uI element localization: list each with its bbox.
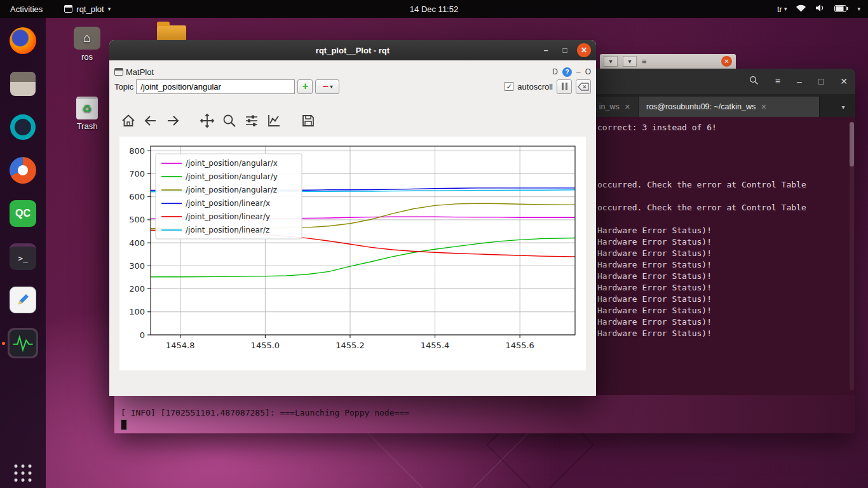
terminal-icon: >_ [10, 243, 36, 270]
svg-text:0: 0 [140, 330, 145, 340]
dock-item-terminal[interactable]: >_ [8, 241, 38, 272]
forward-button[interactable] [164, 112, 182, 130]
home-button[interactable] [119, 112, 137, 130]
minimize-button[interactable]: – [539, 43, 553, 57]
tab-close-icon[interactable]: ✕ [761, 103, 766, 111]
save-button[interactable] [299, 112, 317, 130]
plugin-title: MatPlot [126, 67, 154, 77]
app-menu[interactable]: rqt_plot ▾ [64, 4, 111, 14]
toolbar-dropdown[interactable]: ▾ [604, 56, 618, 67]
pause-button[interactable] [557, 79, 572, 94]
svg-text:/joint_position/angular/x: /joint_position/angular/x [186, 159, 278, 168]
dock-item-rqt-plot[interactable] [8, 328, 38, 358]
plugin-detach-button[interactable]: D [552, 67, 558, 76]
terminal-line [597, 191, 845, 202]
close-icon[interactable]: ✕ [840, 76, 848, 86]
terminal-tab-active[interactable]: ros@rosubuntu09: ~/catkin_ws ✕ [639, 97, 820, 117]
pan-button[interactable] [198, 112, 216, 130]
dock: QC >_ [0, 18, 46, 488]
plot-canvas-area[interactable]: 1454.81455.01455.21455.41455.60100200300… [119, 137, 586, 370]
terminal-line: Hardware Error Status)! [597, 305, 845, 316]
autoscroll-label: autoscroll [517, 82, 553, 92]
svg-text:/joint_position/linear/y: /joint_position/linear/y [186, 212, 270, 221]
firefox-icon [10, 27, 36, 54]
dock-item-remote[interactable] [8, 112, 38, 142]
subplots-button[interactable] [243, 112, 261, 130]
text-editor-icon [10, 287, 36, 313]
system-indicators[interactable]: tr ▾ ▾ [777, 4, 868, 14]
activities-button[interactable]: Activities [0, 0, 53, 18]
topic-input[interactable] [136, 79, 295, 94]
files-icon [10, 72, 36, 96]
matplotlib-toolbar [119, 110, 317, 132]
software-icon [10, 157, 36, 184]
search-icon[interactable] [749, 76, 759, 87]
dock-item-qc[interactable]: QC [8, 198, 38, 229]
rqt-plot-window: rqt_plot__Plot - rqt – □ ✕ MatPlot D ? –… [109, 40, 596, 396]
terminal-line: occurred. Check the error at Control Tab… [597, 202, 845, 214]
remove-topic-button[interactable]: − ▾ [315, 79, 339, 94]
show-applications-button[interactable] [15, 464, 32, 482]
terminal-line [597, 156, 845, 168]
svg-text:300: 300 [129, 261, 145, 271]
terminal-line [597, 145, 845, 156]
svg-text:100: 100 [129, 307, 145, 316]
dock-item-text-editor[interactable] [8, 285, 38, 315]
svg-text:/joint_position/linear/x: /joint_position/linear/x [186, 199, 270, 208]
terminal-line [597, 133, 845, 145]
svg-text:400: 400 [129, 238, 145, 248]
maximize-icon[interactable]: □ [818, 76, 824, 86]
chevron-down-icon: ▾ [857, 6, 860, 12]
plugin-titlebar: MatPlot D ? – O [114, 64, 591, 79]
clear-icon [578, 83, 589, 91]
app-window-icon [64, 5, 72, 13]
maximize-button[interactable]: □ [558, 43, 572, 57]
menu-icon[interactable]: ≡ [642, 57, 647, 66]
plugin-help-button[interactable]: ? [562, 67, 572, 77]
svg-text:800: 800 [129, 146, 145, 156]
svg-text:1455.4: 1455.4 [421, 341, 450, 350]
back-button[interactable] [142, 112, 159, 130]
scrollbar-thumb[interactable] [850, 122, 854, 166]
autoscroll-checkbox[interactable]: ✓ [505, 82, 513, 91]
toolbar-dropdown[interactable]: ▾ [623, 56, 637, 67]
topic-row: Topic + − ▾ ✓ autoscroll [114, 78, 591, 95]
clear-button[interactable] [576, 79, 591, 94]
chevron-down-icon: ▾ [108, 6, 111, 12]
terminal-line: Hardware Error Status)! [597, 282, 845, 294]
pause-icon [562, 83, 567, 90]
menu-icon[interactable]: ≡ [775, 76, 780, 86]
plugin-close-button[interactable]: O [585, 67, 591, 76]
terminal-output: correct: 3 instead of 6!occurred. Check … [597, 122, 845, 339]
plugin-minimize-button[interactable]: – [576, 67, 581, 76]
close-icon[interactable]: ✕ [721, 56, 732, 67]
svg-text:200: 200 [129, 284, 145, 294]
svg-text:600: 600 [129, 192, 145, 201]
close-button[interactable]: ✕ [577, 43, 591, 57]
add-topic-button[interactable]: + [297, 79, 313, 94]
svg-text:700: 700 [129, 169, 145, 179]
window-titlebar[interactable]: rqt_plot__Plot - rqt – □ ✕ [109, 40, 596, 60]
tab-close-icon[interactable]: ✕ [625, 103, 630, 111]
terminal-line: Hardware Error Status)! [597, 316, 845, 328]
terminal-line: Hardware Error Status)! [597, 328, 845, 339]
plot-canvas[interactable]: 1454.81455.01455.21455.41455.60100200300… [119, 137, 586, 370]
remote-app-icon [10, 114, 36, 140]
clock[interactable]: 14 Dec 11:52 [410, 4, 458, 14]
desktop-icon-ros[interactable]: ⌂ ros [62, 27, 112, 62]
desktop: ⌂ ros ♻ Trash ▾ ▾ ≡ ✕ ≡ – □ ✕ in_ws [0, 0, 868, 488]
minimize-icon[interactable]: – [797, 76, 802, 86]
svg-text:1455.6: 1455.6 [505, 341, 534, 350]
dock-item-files[interactable] [8, 69, 38, 99]
dock-item-firefox[interactable] [8, 25, 38, 56]
desktop-icon-trash[interactable]: ♻ Trash [62, 97, 112, 131]
dock-item-software[interactable] [8, 155, 38, 186]
zoom-button[interactable] [220, 112, 238, 130]
terminal-scrollbar[interactable] [850, 122, 854, 390]
svg-text:1455.0: 1455.0 [251, 341, 280, 350]
terminal-cursor [121, 419, 127, 430]
terminal-info-line: [ INFO] [1702551101.487087285]: ===Launc… [121, 408, 409, 417]
qc-icon: QC [10, 200, 36, 227]
tab-list-dropdown[interactable]: ▾ [831, 97, 855, 117]
customize-button[interactable] [265, 112, 283, 130]
